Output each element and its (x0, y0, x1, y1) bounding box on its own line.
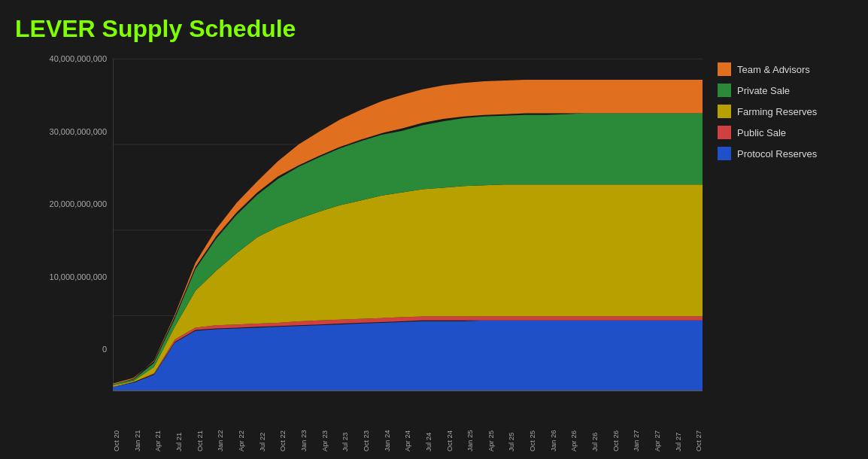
x-label-oct26: Oct 26 (612, 399, 620, 451)
legend: Team & Advisors Private Sale Farming Res… (703, 55, 853, 451)
x-label-jan26: Jan 26 (550, 399, 557, 451)
y-label-4: 40,000,000,000 (15, 55, 113, 63)
x-label-jul21: Jul 21 (175, 399, 183, 451)
x-label-apr23: Apr 23 (321, 399, 329, 451)
x-label-apr24: Apr 24 (404, 399, 411, 451)
y-label-0: 0 (15, 345, 113, 354)
legend-team-advisors: Team & Advisors (718, 62, 853, 76)
x-label-apr22: Apr 22 (238, 399, 245, 451)
legend-color-private (718, 84, 731, 97)
x-label-oct23: Oct 23 (363, 399, 370, 451)
legend-private-sale: Private Sale (718, 84, 853, 97)
x-label-jan22: Jan 22 (217, 399, 224, 451)
x-label-jul26: Jul 26 (591, 399, 599, 451)
x-label-oct25: Oct 25 (529, 399, 536, 451)
x-label-jan23: Jan 23 (300, 399, 308, 451)
y-label-2: 20,000,000,000 (15, 200, 113, 208)
y-label-1: 10,000,000,000 (15, 273, 113, 281)
x-label-jul22: Jul 22 (259, 399, 266, 451)
x-label-apr21: Apr 21 (154, 399, 162, 451)
chart-svg (113, 55, 703, 399)
x-label-jan21: Jan 21 (134, 399, 141, 451)
chart-container: 40,000,000,000 30,000,000,000 20,000,000… (15, 55, 853, 451)
x-label-jan24: Jan 24 (384, 399, 391, 451)
x-label-jan25: Jan 25 (466, 399, 474, 451)
legend-color-public (718, 126, 731, 139)
x-label-jan27: Jan 27 (633, 399, 640, 451)
x-label-oct27: Oct 27 (695, 399, 703, 451)
legend-label-farming: Farming Reserves (737, 106, 817, 117)
legend-color-farming (718, 105, 731, 118)
x-label-jul27: Jul 27 (675, 399, 682, 451)
chart-area: 40,000,000,000 30,000,000,000 20,000,000… (15, 55, 703, 451)
chart-row: 40,000,000,000 30,000,000,000 20,000,000… (15, 55, 703, 399)
legend-public-sale: Public Sale (718, 126, 853, 139)
x-label-apr25: Apr 25 (487, 399, 495, 451)
x-label-oct20: Oct 20 (113, 399, 120, 451)
x-axis: Oct 20 Jan 21 Apr 21 Jul 21 Oct 21 Jan 2… (15, 399, 703, 451)
x-label-apr26: Apr 26 (570, 399, 578, 451)
legend-label-team: Team & Advisors (737, 64, 810, 75)
x-label-oct22: Oct 22 (279, 399, 287, 451)
x-label-jul24: Jul 24 (425, 399, 432, 451)
protocol-reserves-area (113, 321, 703, 391)
x-label-oct21: Oct 21 (196, 399, 204, 451)
y-label-3: 30,000,000,000 (15, 128, 113, 136)
legend-farming-reserves: Farming Reserves (718, 105, 853, 118)
legend-color-team (718, 62, 731, 76)
y-axis: 40,000,000,000 30,000,000,000 20,000,000… (15, 55, 113, 399)
chart-title: LEVER Supply Schedule (15, 15, 853, 43)
x-label-oct24: Oct 24 (446, 399, 454, 451)
legend-color-protocol (718, 147, 731, 160)
legend-label-public: Public Sale (737, 127, 786, 138)
x-label-jul23: Jul 23 (341, 399, 349, 451)
svg-container (113, 55, 703, 399)
x-label-jul25: Jul 25 (508, 399, 515, 451)
legend-label-private: Private Sale (737, 85, 790, 96)
x-label-apr27: Apr 27 (654, 399, 661, 451)
legend-label-protocol: Protocol Reserves (737, 148, 817, 160)
legend-protocol-reserves: Protocol Reserves (718, 147, 853, 160)
